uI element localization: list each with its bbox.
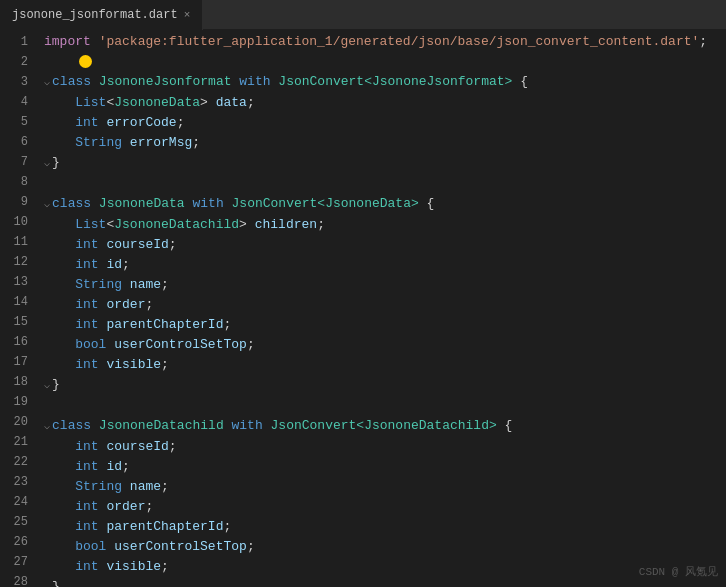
code-content[interactable]: import 'package:flutter_application_1/ge… <box>36 30 726 587</box>
code-line: int errorCode; <box>44 113 726 133</box>
code-line: int parentChapterId; <box>44 315 726 335</box>
file-tab[interactable]: jsonone_jsonformat.dart × <box>0 0 203 30</box>
watermark: CSDN @ 风氪见 <box>639 564 718 579</box>
code-line: bool userControlSetTop; <box>44 537 726 557</box>
code-line: ⌵} <box>44 375 726 396</box>
code-line: ⌵} <box>44 153 726 174</box>
code-line: int order; <box>44 497 726 517</box>
tab-bar: jsonone_jsonformat.dart × <box>0 0 726 30</box>
code-line: List<JsononeDatachild> children; <box>44 215 726 235</box>
code-line: int order; <box>44 295 726 315</box>
code-line: int id; <box>44 255 726 275</box>
code-line: import 'package:flutter_application_1/ge… <box>44 32 726 52</box>
tab-filename: jsonone_jsonformat.dart <box>12 8 178 22</box>
code-line: bool userControlSetTop; <box>44 335 726 355</box>
editor-container: jsonone_jsonformat.dart × 12345678910111… <box>0 0 726 587</box>
code-line: int visible; <box>44 355 726 375</box>
code-line: int courseId; <box>44 235 726 255</box>
code-line <box>44 52 726 72</box>
code-line: int parentChapterId; <box>44 517 726 537</box>
code-line: ⌵class JsononeData with JsonConvert<Json… <box>44 194 726 215</box>
code-line: String errorMsg; <box>44 133 726 153</box>
code-line: int courseId; <box>44 437 726 457</box>
code-line: ⌵class JsononeDatachild with JsonConvert… <box>44 416 726 437</box>
code-area: 1234567891011121314151617181920212223242… <box>0 30 726 587</box>
code-line: ⌵class JsononeJsonformat with JsonConver… <box>44 72 726 93</box>
code-line: String name; <box>44 275 726 295</box>
tab-close-button[interactable]: × <box>184 9 191 21</box>
code-line: int id; <box>44 457 726 477</box>
line-numbers: 1234567891011121314151617181920212223242… <box>0 30 36 587</box>
code-line: ⌵} <box>44 577 726 587</box>
code-line: String name; <box>44 477 726 497</box>
code-line <box>44 174 726 194</box>
code-line: List<JsononeData> data; <box>44 93 726 113</box>
code-line <box>44 396 726 416</box>
code-line: int visible; <box>44 557 726 577</box>
